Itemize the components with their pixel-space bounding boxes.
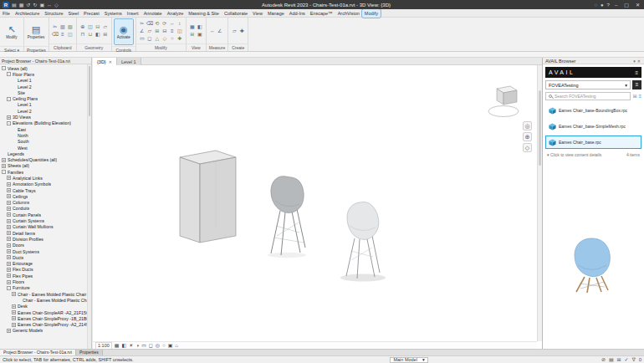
tree-item[interactable]: +Chair - Eames Molded Plastic Chair with — [0, 291, 91, 297]
tree-item[interactable]: -Views (all) — [0, 65, 91, 71]
tree-item[interactable]: +South — [0, 139, 91, 145]
selection-count[interactable]: 0 — [639, 356, 641, 363]
tree-item[interactable]: +Conduits — [0, 206, 91, 212]
save-icon[interactable]: ▦ — [19, 1, 24, 9]
design-options-icon[interactable]: ▤ — [609, 356, 614, 363]
tree-item[interactable]: +West — [0, 145, 91, 151]
ribbon-tool-icon[interactable]: ✂ — [52, 23, 59, 30]
expand-icon[interactable]: + — [7, 237, 11, 241]
workspace-dropdown[interactable]: FOVEATesting ▾ — [545, 80, 631, 89]
ribbon-tab-collaborate[interactable]: Collaborate — [222, 9, 250, 18]
ribbon-tool-icon[interactable]: ⊔ — [87, 31, 94, 38]
tree-item[interactable]: +Eames Chair-SimpleProxy -A2_214902 — [0, 321, 91, 327]
expand-icon[interactable]: + — [2, 164, 6, 168]
tree-item[interactable]: +Curtain Systems — [0, 217, 91, 223]
expand-icon[interactable]: + — [7, 249, 11, 253]
expand-icon[interactable]: + — [12, 304, 16, 309]
ribbon-tool-icon[interactable]: ▧ — [67, 23, 74, 30]
collapse-icon[interactable]: - — [7, 121, 11, 125]
ribbon-tool-icon[interactable]: ⊞ — [102, 31, 109, 38]
ribbon-tool-icon[interactable]: ◫ — [67, 31, 74, 38]
expand-icon[interactable]: + — [7, 212, 11, 217]
minimize-button[interactable]: – — [613, 3, 619, 8]
ribbon-tool-icon[interactable]: ▱ — [102, 23, 109, 30]
ribbon-tool-icon[interactable]: ▭ — [139, 35, 146, 42]
maximize-button[interactable]: ▢ — [622, 2, 631, 8]
filter-icon[interactable]: ∇ — [632, 356, 636, 363]
ribbon-tab-enscape[interactable]: Enscape™ — [308, 9, 335, 18]
ribbon-tool-icon[interactable]: ◧ — [197, 23, 203, 30]
user-account-icon[interactable]: ● — [601, 1, 604, 9]
3d-scene[interactable] — [93, 65, 542, 341]
expand-icon[interactable]: + — [7, 255, 11, 259]
tree-item[interactable]: +Ducts — [0, 254, 91, 260]
dock-tab-project-browser[interactable]: Project Browser - Chairs-Test-01a.rvt — [0, 350, 76, 355]
expand-icon[interactable]: + — [12, 316, 16, 320]
expand-icon[interactable]: + — [7, 280, 11, 284]
ribbon-tool-icon[interactable]: ⊟ — [95, 23, 101, 30]
measure-icon[interactable]: ↔ — [47, 1, 52, 9]
close-button[interactable]: ✕ — [634, 2, 641, 8]
tree-item[interactable]: +Eames Chair-SimpleAR -A2_21F15C — [0, 309, 91, 315]
tree-item[interactable]: +3D Views — [0, 114, 91, 120]
drawing-area[interactable]: {3D}✕Level 1 — [93, 58, 542, 349]
ribbon-tab-steel[interactable]: Steel — [66, 9, 82, 18]
ribbon-tab-massing-site[interactable]: Massing & Site — [186, 9, 222, 18]
steering-wheel-icon[interactable]: ◎ — [523, 121, 532, 130]
collapse-icon[interactable]: - — [7, 97, 11, 101]
collapse-icon[interactable]: - — [7, 72, 11, 76]
expand-icon[interactable]: + — [7, 188, 11, 192]
close-view-tab-icon[interactable]: ✕ — [109, 59, 112, 65]
expand-icon[interactable]: + — [12, 323, 16, 327]
content-preview-chair[interactable] — [570, 237, 616, 295]
expand-icon[interactable]: + — [7, 219, 11, 223]
ribbon-tool-icon[interactable]: ⊞ — [189, 31, 196, 38]
ribbon-tab-view[interactable]: View — [250, 9, 265, 18]
tree-item[interactable]: +Annotation Symbols — [0, 182, 91, 187]
tree-item[interactable]: -Ceiling Plans — [0, 95, 91, 101]
open-file-icon[interactable]: ▤ — [12, 1, 17, 9]
tree-item[interactable]: +Site — [0, 89, 91, 95]
tree-item[interactable]: +East — [0, 126, 91, 132]
tree-item[interactable]: +Floors — [0, 279, 91, 284]
tree-item[interactable]: +Sheets (all) — [0, 163, 91, 169]
tree-item[interactable]: -Elevations (Building Elevation) — [0, 120, 91, 126]
ribbon-tool-icon[interactable]: ◇ — [161, 35, 168, 42]
avail-menu-icon[interactable]: ≡ — [635, 70, 638, 75]
tree-item[interactable]: +Legends — [0, 151, 91, 156]
ribbon-tool-icon[interactable]: ✂ — [139, 20, 146, 27]
ribbon-tool-icon[interactable]: ✚ — [238, 28, 245, 34]
workspace-menu-button[interactable]: ≡ — [632, 80, 641, 89]
ribbon-tool-icon[interactable]: ✚ — [176, 35, 183, 42]
tree-item[interactable]: +Doors — [0, 243, 91, 248]
rewind-icon[interactable]: ◇ — [523, 143, 532, 152]
tree-item[interactable]: +Duct Systems — [0, 248, 91, 254]
tree-item[interactable]: +Flex Ducts — [0, 267, 91, 273]
tree-item[interactable]: -Families — [0, 169, 91, 175]
view-tab-level-1[interactable]: Level 1 — [117, 58, 141, 65]
revit-logo[interactable]: R — [3, 2, 9, 8]
ribbon-tool-icon[interactable]: ↔ — [169, 20, 176, 27]
ribbon-tool-icon[interactable]: ↔ — [209, 28, 216, 34]
ribbon-tool-icon[interactable]: ↕ — [176, 20, 183, 27]
tree-item[interactable]: +Schedules/Quantities (all) — [0, 156, 91, 162]
undo-icon[interactable]: ↺ — [26, 1, 30, 9]
tree-item[interactable]: +Ceilings — [0, 193, 91, 199]
tree-item[interactable]: +Desk — [0, 304, 91, 309]
ribbon-tool-icon[interactable]: ⊟ — [161, 28, 168, 34]
avail-close-icon[interactable]: ✕ — [636, 58, 641, 64]
view-tab-3d[interactable]: {3D}✕ — [93, 58, 117, 65]
ribbon-tool-icon[interactable]: ◫ — [176, 28, 183, 34]
expand-icon[interactable]: + — [7, 207, 11, 211]
ribbon-tool-icon[interactable]: ⟳ — [161, 20, 168, 27]
ribbon-tool-icon[interactable]: ∠ — [217, 28, 223, 34]
chair-model-proxy[interactable] — [340, 202, 386, 281]
ribbon-tool-icon[interactable]: ⊕ — [79, 23, 86, 30]
ribbon-tab-architecture[interactable]: Architecture — [13, 9, 42, 18]
chair-model-simplemesh[interactable] — [268, 176, 306, 258]
tree-item[interactable]: +Flex Pipes — [0, 273, 91, 279]
ribbon-tool-icon[interactable]: △ — [154, 35, 161, 42]
expand-icon[interactable]: + — [2, 158, 6, 162]
ribbon-tool-icon[interactable]: ▱ — [231, 28, 238, 34]
scrollbar-thumb[interactable] — [89, 66, 90, 116]
